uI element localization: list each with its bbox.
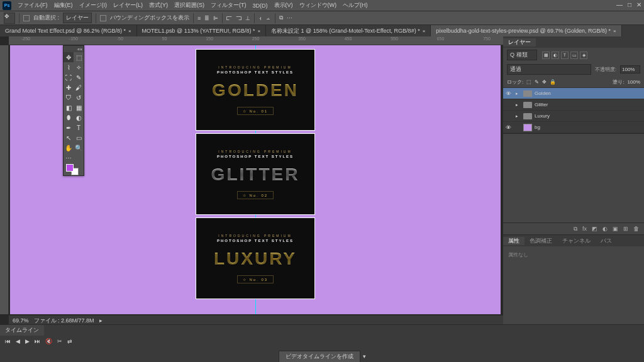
edit-toolbar-icon[interactable]: ⋯ — [64, 153, 74, 163]
menu-view[interactable]: 表示(V) — [274, 1, 293, 9]
hand-tool-icon[interactable]: ✋ — [64, 143, 74, 153]
create-timeline-button[interactable]: ビデオタイムラインを作成 — [279, 351, 360, 363]
expand-icon[interactable]: ▸ — [516, 91, 521, 96]
artboard-golden[interactable]: INTRODUCING PREMIUM PHOTOSHOP TEXT STYLE… — [196, 49, 315, 131]
timeline-tab[interactable]: タイムライン — [0, 325, 44, 336]
auto-select-checkbox[interactable] — [23, 15, 30, 21]
opacity-input[interactable]: 100% — [620, 65, 640, 74]
artboard-luxury[interactable]: INTRODUCING PREMIUM PHOTOSHOP TEXT STYLE… — [196, 217, 315, 299]
wand-tool-icon[interactable]: ✧ — [74, 62, 84, 72]
menu-file[interactable]: ファイル(F) — [18, 1, 48, 9]
fill-input[interactable]: 100% — [628, 79, 640, 85]
pen-tool-icon[interactable]: ✒ — [64, 123, 74, 133]
stamp-tool-icon[interactable]: ⛉ — [64, 92, 74, 102]
auto-select-target[interactable]: レイヤー — [63, 13, 92, 23]
eyedropper-tool-icon[interactable]: ✎ — [74, 72, 84, 82]
menu-type[interactable]: 書式(Y) — [149, 1, 168, 9]
filter-smart-icon[interactable]: ◈ — [580, 52, 587, 59]
lock-all-icon[interactable]: ⬚ — [526, 79, 531, 85]
filter-pixel-icon[interactable]: ▦ — [542, 52, 550, 59]
close-tab-icon[interactable]: × — [423, 28, 426, 34]
visibility-icon[interactable]: 👁 — [506, 124, 513, 131]
layer-item[interactable]: 👁▸Golden — [503, 88, 644, 99]
zoom-tool-icon[interactable]: 🔍 — [74, 143, 84, 153]
toolbox-header[interactable]: «× — [64, 46, 84, 52]
chevron-right-icon[interactable]: ▸ — [99, 317, 103, 324]
color-swatch[interactable] — [64, 163, 84, 175]
heal-tool-icon[interactable]: ✚ — [64, 82, 74, 92]
close-tab-icon[interactable]: × — [257, 28, 260, 34]
adjustments-tab[interactable]: 色調補正 — [525, 237, 557, 245]
menu-layer[interactable]: レイヤー(L) — [113, 1, 143, 9]
blur-tool-icon[interactable]: ⬮ — [64, 112, 74, 123]
layer-name[interactable]: Luxury — [535, 113, 550, 119]
bbox-checkbox[interactable] — [100, 15, 106, 21]
expand-icon[interactable]: ▸ — [516, 102, 521, 107]
first-frame-icon[interactable]: ⏮ — [5, 338, 11, 344]
path-tool-icon[interactable]: ↖ — [64, 133, 74, 143]
menu-select[interactable]: 選択範囲(S) — [174, 1, 204, 9]
align-icon[interactable]: ⊫ — [213, 15, 218, 21]
expand-icon[interactable]: ▸ — [516, 114, 521, 119]
3d-mode-icon[interactable]: ⧉ — [279, 14, 283, 21]
transition-icon[interactable]: ⇄ — [67, 338, 72, 344]
file-info[interactable]: ファイル : 2.68M/77.8M — [34, 317, 94, 325]
document-tab[interactable]: Grand Motel Text Effect.psd @ 86.2% (RGB… — [0, 25, 137, 36]
menu-help[interactable]: ヘルプ(H) — [343, 1, 368, 9]
filter-type-icon[interactable]: T — [561, 52, 569, 59]
layer-name[interactable]: Golden — [535, 90, 551, 96]
align-icon[interactable]: ≡ — [197, 15, 201, 21]
document-tab[interactable]: pixelbuddha-gold-text-styles-preview.psd… — [431, 25, 621, 36]
play-icon[interactable]: ▶ — [25, 338, 30, 344]
foreground-color[interactable] — [66, 164, 74, 172]
menu-3d[interactable]: 3D(D) — [253, 3, 268, 9]
menu-window[interactable]: ウィンドウ(W) — [299, 1, 337, 9]
move-tool-icon[interactable]: ✥ — [64, 52, 74, 62]
split-icon[interactable]: ✂ — [57, 338, 62, 344]
filter-adjust-icon[interactable]: ◐ — [552, 52, 559, 59]
close-tab-icon[interactable]: × — [128, 28, 131, 34]
audio-icon[interactable]: 🔇 — [45, 338, 52, 344]
lasso-tool-icon[interactable]: ⌇ — [64, 62, 74, 72]
document-tab[interactable]: MOTEL1.psb @ 113% (YATTERU!, RGB/8) *× — [137, 25, 267, 36]
next-frame-icon[interactable]: ⏭ — [35, 338, 40, 344]
fx-icon[interactable]: fx — [582, 226, 587, 232]
history-brush-icon[interactable]: ↺ — [74, 92, 84, 102]
chevron-down-icon[interactable]: ▾ — [363, 353, 366, 359]
artboard-glitter[interactable]: INTRODUCING PREMIUM PHOTOSHOP TEXT STYLE… — [196, 133, 315, 215]
distribute-icon[interactable]: ⫠ — [265, 15, 271, 21]
new-layer-icon[interactable]: ⊞ — [623, 226, 628, 232]
properties-tab[interactable]: 属性 — [503, 237, 525, 245]
layer-item[interactable]: ▸Luxury — [503, 111, 644, 122]
link-icon[interactable]: ⧉ — [574, 226, 577, 233]
brush-tool-icon[interactable]: 🖌 — [74, 82, 84, 92]
mask-icon[interactable]: ◩ — [592, 226, 597, 232]
channels-tab[interactable]: チャンネル — [557, 237, 596, 245]
maximize-icon[interactable]: □ — [628, 1, 631, 8]
lock-pixel-icon[interactable]: ✎ — [535, 79, 539, 85]
close-icon[interactable]: ✕ — [636, 1, 641, 8]
crop-tool-icon[interactable]: ⛶ — [64, 72, 74, 82]
eraser-tool-icon[interactable]: ◧ — [64, 102, 74, 112]
align-icon[interactable]: ⫍ — [226, 15, 232, 21]
ruler-horizontal[interactable]: -250-150-5050150250350450550650750 — [9, 36, 503, 45]
visibility-icon[interactable]: 👁 — [506, 90, 513, 97]
dodge-tool-icon[interactable]: ◐ — [74, 112, 84, 123]
layer-item[interactable]: ▸Glitter — [503, 99, 644, 111]
blend-mode-select[interactable]: 通過 — [507, 64, 591, 75]
lock-position-icon[interactable]: ✥ — [542, 79, 547, 85]
align-icon[interactable]: ⫎ — [236, 15, 242, 21]
filter-shape-icon[interactable]: ▭ — [570, 52, 578, 59]
menu-image[interactable]: イメージ(I) — [79, 1, 108, 9]
layer-name[interactable]: Glitter — [535, 102, 548, 107]
trash-icon[interactable]: 🗑 — [633, 226, 639, 232]
ruler-vertical[interactable] — [0, 45, 9, 314]
close-tab-icon[interactable]: × — [613, 28, 616, 34]
shape-tool-icon[interactable]: ▭ — [74, 133, 84, 143]
paths-tab[interactable]: パス — [596, 237, 617, 245]
minimize-icon[interactable]: — — [616, 1, 623, 8]
menu-filter[interactable]: フィルター(T) — [211, 1, 247, 9]
layer-item[interactable]: 👁bg — [503, 122, 644, 133]
more-icon[interactable]: ⋯ — [287, 15, 292, 21]
lock-icon[interactable]: 🔒 — [550, 79, 556, 85]
